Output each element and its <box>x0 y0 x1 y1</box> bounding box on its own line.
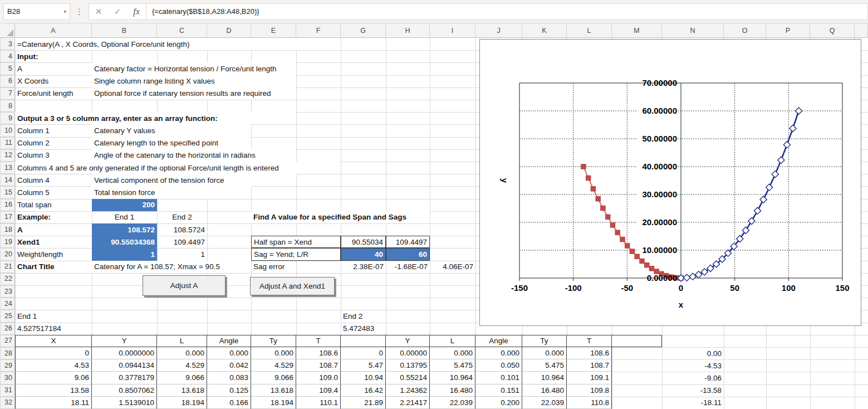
row-header-16[interactable]: 16 <box>0 199 15 211</box>
cell-F31[interactable]: 109.4 <box>296 384 341 397</box>
cancel-icon[interactable]: ✕ <box>89 7 108 17</box>
cell-A25[interactable]: End 1 <box>15 310 92 322</box>
row-header-9[interactable]: 9 <box>0 112 15 124</box>
cell-J29[interactable]: 0.050 <box>475 359 522 372</box>
cell-C20[interactable]: 1 <box>157 248 207 260</box>
cell-N31[interactable]: -13.58 <box>662 384 724 397</box>
insert-function-icon[interactable]: fx <box>127 7 146 17</box>
name-box-dropdown-icon[interactable]: ▾ <box>63 9 66 14</box>
cell-B16[interactable]: 200 <box>92 199 157 211</box>
cell-E19[interactable]: Half span = Xend <box>251 236 341 248</box>
row-header-10[interactable]: 10 <box>0 124 15 137</box>
cell-A4[interactable]: Input: <box>15 50 92 62</box>
cell-L27[interactable]: T <box>567 335 612 347</box>
cell-G31[interactable]: 16.42 <box>341 384 386 397</box>
row-header-15[interactable]: 15 <box>0 186 15 198</box>
row-header-19[interactable]: 19 <box>0 236 15 248</box>
cell-E28[interactable]: 0.000 <box>251 347 296 359</box>
row-header-11[interactable]: 11 <box>0 137 15 149</box>
cell-A14[interactable]: Column 4 <box>15 174 92 186</box>
cell-A3[interactable]: =Catenary(A , X Coords, Optional Force/u… <box>15 38 341 50</box>
row-header-20[interactable]: 20 <box>0 248 15 260</box>
row-header-23[interactable]: 23 <box>0 285 15 298</box>
cell-B31[interactable]: 0.8507062 <box>92 384 157 397</box>
cell-G27[interactable] <box>341 335 386 347</box>
cell-A31[interactable]: 13.58 <box>15 384 92 397</box>
cell-I30[interactable]: 10.964 <box>430 372 475 384</box>
cell-B7[interactable]: Optional force if catenary tension resul… <box>92 87 296 100</box>
row-header-24[interactable]: 24 <box>0 298 15 310</box>
cell-K30[interactable]: 10.964 <box>522 372 567 384</box>
cell-G28[interactable]: 0 <box>341 347 386 359</box>
cell-D28[interactable]: 0.000 <box>207 347 251 359</box>
cell-N30[interactable]: -9.06 <box>662 372 724 384</box>
col-header-D[interactable]: D <box>207 23 251 38</box>
cell-A13[interactable]: Columns 4 and 5 are only generated if th… <box>15 162 341 174</box>
cell-B12[interactable]: Angle of the catenary to the horizontal … <box>92 149 296 162</box>
cell-C17[interactable]: End 2 <box>157 211 207 223</box>
cell-F32[interactable]: 110.1 <box>296 397 341 409</box>
cell-A15[interactable]: Column 5 <box>15 186 92 198</box>
cell-A29[interactable]: 4.53 <box>15 359 92 372</box>
row-header-18[interactable]: 18 <box>0 223 15 236</box>
cell-D31[interactable]: 0.125 <box>207 384 251 397</box>
cell-A12[interactable]: Column 3 <box>15 149 92 162</box>
cell-N32[interactable]: -18.11 <box>662 397 724 409</box>
cell-B20[interactable]: 1 <box>92 248 157 260</box>
cell-G25[interactable]: End 2 <box>341 310 386 322</box>
row-header-13[interactable]: 13 <box>0 162 15 174</box>
formula-input[interactable]: {=catenary($B$18,A28:A48,B20)} <box>146 3 868 20</box>
col-header-J[interactable]: J <box>475 23 522 38</box>
cell-C28[interactable]: 0.000 <box>157 347 207 359</box>
cell-A32[interactable]: 18.11 <box>15 397 92 409</box>
row-header-14[interactable]: 14 <box>0 174 15 186</box>
cell-J28[interactable]: 0.000 <box>475 347 522 359</box>
row-header-26[interactable]: 26 <box>0 323 15 335</box>
row-header-31[interactable]: 31 <box>0 384 15 397</box>
row-header-28[interactable]: 28 <box>0 347 15 359</box>
cell-A16[interactable]: Total span <box>15 199 92 211</box>
col-header-H[interactable]: H <box>386 23 430 38</box>
cell-A6[interactable]: X Coords <box>15 75 92 87</box>
col-header-E[interactable]: E <box>251 23 296 38</box>
col-header-G[interactable]: G <box>341 23 386 38</box>
col-header-N[interactable]: N <box>662 23 724 38</box>
cell-H29[interactable]: 0.13795 <box>386 359 430 372</box>
cell-H28[interactable]: 0.00000 <box>386 347 430 359</box>
cell-I27[interactable]: L <box>430 335 475 347</box>
row-header-8[interactable]: 8 <box>0 100 15 112</box>
row-header-30[interactable]: 30 <box>0 372 15 384</box>
cell-C31[interactable]: 13.618 <box>157 384 207 397</box>
adjust-a-and-xend1-button[interactable]: Adjust A and Xend1 <box>250 277 335 295</box>
cell-H19[interactable]: 109.4497 <box>386 236 430 248</box>
cell-E29[interactable]: 4.529 <box>251 359 296 372</box>
col-header-L[interactable]: L <box>567 23 612 38</box>
row-header-21[interactable]: 21 <box>0 261 15 273</box>
row-header-6[interactable]: 6 <box>0 75 15 87</box>
cell-K31[interactable]: 16.480 <box>522 384 567 397</box>
cell-I21[interactable]: 4.06E-07 <box>430 261 475 273</box>
col-header-M[interactable]: M <box>612 23 662 38</box>
cell-A11[interactable]: Column 2 <box>15 137 92 149</box>
col-header-I[interactable]: I <box>430 23 475 38</box>
cell-H21[interactable]: -1.68E-07 <box>386 261 430 273</box>
cell-L31[interactable]: 109.8 <box>567 384 612 397</box>
cell-H31[interactable]: 1.24362 <box>386 384 430 397</box>
cell-G21[interactable]: 2.38E-07 <box>341 261 386 273</box>
cell-G32[interactable]: 21.89 <box>341 397 386 409</box>
cell-B18[interactable]: 108.572 <box>92 223 157 236</box>
cell-K29[interactable]: 5.475 <box>522 359 567 372</box>
cell-C30[interactable]: 9.066 <box>157 372 207 384</box>
cell-B29[interactable]: 0.0944134 <box>92 359 157 372</box>
cell-E21[interactable]: Sag error <box>251 261 296 273</box>
col-header-Q[interactable]: Q <box>810 23 855 38</box>
cell-D30[interactable]: 0.083 <box>207 372 251 384</box>
col-header-C[interactable]: C <box>157 23 207 38</box>
cell-K27[interactable]: Ty <box>522 335 567 347</box>
cell-G26[interactable]: 5.472483 <box>341 323 386 335</box>
cell-G30[interactable]: 10.94 <box>341 372 386 384</box>
cell-A19[interactable]: Xend1 <box>15 236 92 248</box>
cell-A5[interactable]: A <box>15 62 92 75</box>
cell-J30[interactable]: 0.101 <box>475 372 522 384</box>
row-header-17[interactable]: 17 <box>0 211 15 223</box>
